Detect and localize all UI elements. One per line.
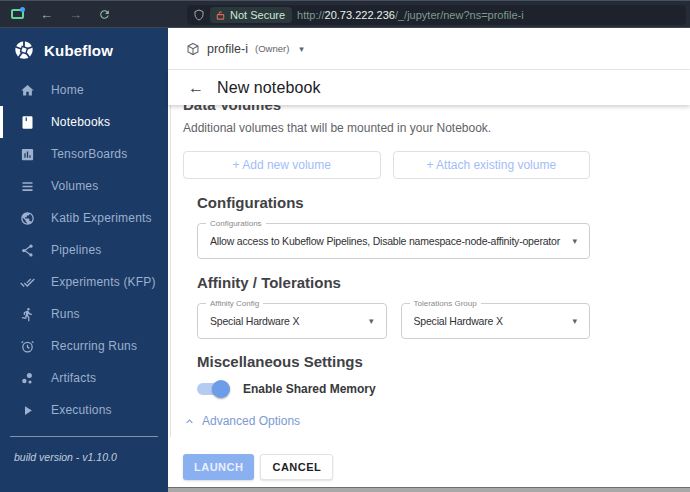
sidebar-item-experiments-kfp[interactable]: Experiments (KFP) [0, 266, 168, 298]
affinity-tolerations-title: Affinity / Tolerations [197, 275, 590, 291]
sidebar-item-label: TensorBoards [51, 147, 127, 161]
alarm-clock-icon [20, 339, 35, 354]
cancel-button[interactable]: CANCEL [260, 454, 333, 480]
sidebar-item-volumes[interactable]: Volumes [0, 170, 168, 202]
dropdown-arrow-icon: ▾ [572, 316, 577, 326]
dropdown-arrow-icon: ▾ [369, 316, 374, 326]
affinity-config-label: Affinity Config [206, 299, 263, 308]
dropdown-arrow-icon: ▾ [572, 236, 577, 246]
sidebar-item-label: Recurring Runs [51, 339, 137, 353]
url-bar[interactable]: Not Secure http://20.73.222.236/_/jupyte… [187, 5, 686, 25]
content-edge-line [170, 105, 171, 437]
sidebar-item-recurring-runs[interactable]: Recurring Runs [0, 330, 168, 362]
sidebar-item-label: Runs [51, 307, 80, 321]
bubble-chart-icon [20, 371, 35, 386]
namespace-cube-icon [186, 42, 200, 56]
sidebar-item-label: Volumes [51, 179, 98, 193]
browser-reload-button[interactable] [98, 8, 111, 21]
browser-forward-button[interactable]: → [69, 8, 82, 21]
home-icon [20, 83, 35, 98]
configurations-select-value: Allow access to Kubeflow Pipelines, Disa… [210, 235, 566, 247]
shared-memory-row: Enable Shared Memory [197, 380, 590, 398]
sidebar-item-artifacts[interactable]: Artifacts [0, 362, 168, 394]
kubeflow-logo-text: Kubeflow [44, 42, 113, 59]
configurations-title: Configurations [197, 195, 590, 211]
broken-lock-icon [215, 10, 226, 21]
configurations-select-label: Configurations [206, 219, 266, 228]
list-icon [20, 179, 35, 194]
kubeflow-logo: Kubeflow [0, 28, 168, 72]
form-actions: LAUNCH CANCEL [183, 454, 590, 480]
sidebar-item-label: Executions [51, 403, 112, 417]
notification-dot [20, 7, 25, 12]
url-path: /_/jupyter/new?ns=profile-i [395, 9, 524, 21]
bar-chart-icon [20, 147, 35, 162]
sidebar-item-label: Notebooks [51, 115, 110, 129]
page-toolbar: ← New notebook [168, 70, 690, 105]
namespace-name[interactable]: profile-i [207, 42, 248, 56]
sidebar-item-notebooks[interactable]: Notebooks [0, 106, 168, 138]
affinity-config-value: Special Hardware X [210, 315, 363, 327]
configurations-section: Configurations Configurations Allow acce… [197, 195, 590, 398]
miscellaneous-settings-title: Miscellaneous Settings [197, 354, 590, 370]
kubeflow-logo-icon [13, 39, 35, 61]
horizontal-scrollbar[interactable] [168, 487, 690, 492]
sidebar-item-home[interactable]: Home [0, 74, 168, 106]
double-check-icon [20, 275, 35, 290]
url-scheme: http:// [297, 9, 325, 21]
shared-memory-label: Enable Shared Memory [243, 382, 376, 396]
sidebar-item-executions[interactable]: Executions [0, 394, 168, 426]
chevron-up-icon [183, 415, 196, 428]
sidebar-item-katib-experiments[interactable]: Katib Experiments [0, 202, 168, 234]
pipeline-icon [20, 243, 35, 258]
advanced-options-label: Advanced Options [202, 414, 300, 428]
data-volumes-title: Data Volumes [183, 105, 590, 114]
browser-toolbar: ← → Not Secure http://20.73.222.236/_/ju… [0, 0, 690, 28]
sidebar-item-label: Home [51, 83, 84, 97]
tolerations-group-label: Tolerations Group [410, 299, 481, 308]
sidebar-item-tensorboards[interactable]: TensorBoards [0, 138, 168, 170]
attach-existing-volume-button[interactable]: + Attach existing volume [393, 151, 591, 179]
tolerations-group-value: Special Hardware X [414, 315, 567, 327]
advanced-options-link[interactable]: Advanced Options [183, 414, 590, 428]
sidebar-item-label: Katib Experiments [51, 211, 152, 225]
affinity-config-select[interactable]: Affinity Config Special Hardware X ▾ [197, 303, 387, 339]
build-version: build version - v1.10.0 [14, 451, 168, 463]
sidebar-item-label: Artifacts [51, 371, 96, 385]
page-title: New notebook [217, 79, 321, 97]
shared-memory-toggle[interactable] [197, 380, 230, 398]
globe-icon [20, 211, 35, 226]
namespace-role: (Owner) [255, 43, 289, 54]
sidebar-item-runs[interactable]: Runs [0, 298, 168, 330]
sidebar-divider [10, 436, 158, 437]
affinity-tolerations-row: Affinity Config Special Hardware X ▾ Tol… [197, 291, 590, 339]
sidebar-item-label: Experiments (KFP) [51, 275, 156, 289]
namespace-dropdown-caret-icon[interactable]: ▾ [299, 44, 304, 54]
not-secure-badge[interactable]: Not Secure [210, 7, 292, 23]
sidebar-item-label: Pipelines [51, 243, 102, 257]
volume-buttons-row: + Add new volume + Attach existing volum… [183, 151, 590, 179]
sidebar-nav: Home Notebooks TensorBoards Volumes Kati… [0, 74, 168, 426]
toggle-thumb [212, 380, 230, 398]
sidebar: Kubeflow Home Notebooks TensorBoards Vol… [0, 28, 168, 492]
url-domain: 20.73.222.236 [325, 9, 395, 21]
add-new-volume-button[interactable]: + Add new volume [183, 151, 381, 179]
active-indicator [0, 106, 3, 138]
launch-button[interactable]: LAUNCH [183, 454, 254, 480]
shield-icon [193, 9, 205, 21]
tab-overview-icon[interactable] [11, 9, 24, 19]
security-label: Not Secure [230, 9, 285, 21]
back-icon[interactable]: ← [188, 80, 204, 96]
runner-icon [20, 307, 35, 322]
tolerations-group-select[interactable]: Tolerations Group Special Hardware X ▾ [401, 303, 591, 339]
play-icon [20, 403, 35, 418]
browser-back-button[interactable]: ← [40, 8, 53, 21]
notebook-form: Data Volumes Additional volumes that wil… [168, 105, 690, 487]
url-text: http://20.73.222.236/_/jupyter/new?ns=pr… [297, 9, 524, 21]
configurations-select[interactable]: Configurations Allow access to Kubeflow … [197, 223, 590, 259]
sidebar-item-pipelines[interactable]: Pipelines [0, 234, 168, 266]
namespace-bar: profile-i (Owner) ▾ [168, 28, 690, 70]
data-volumes-description: Additional volumes that will be mounted … [183, 121, 590, 135]
notebook-icon [20, 115, 35, 130]
